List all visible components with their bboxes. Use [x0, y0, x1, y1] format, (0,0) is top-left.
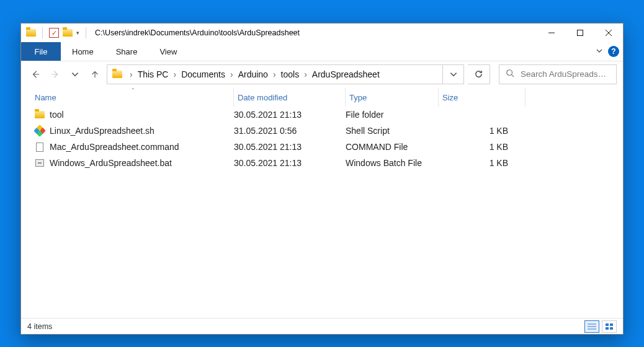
file-name: Windows_ArduSpreadsheet.bat — [50, 158, 172, 168]
file-list: ⌃ Name Date modified Type Size tool 30.0… — [21, 87, 623, 318]
titlebar[interactable]: ✓ ▾ C:\Users\indrek\Documents\Arduino\to… — [21, 24, 623, 42]
file-type: COMMAND File — [346, 142, 439, 152]
table-row[interactable]: Mac_ArduSpreadsheet.command 30.05.2021 2… — [32, 139, 615, 155]
file-type: Shell Script — [346, 126, 439, 136]
up-button[interactable] — [87, 66, 103, 82]
close-button[interactable] — [594, 24, 623, 42]
chevron-right-icon[interactable]: › — [302, 69, 310, 79]
svg-rect-4 — [606, 327, 609, 330]
col-size[interactable]: Size — [439, 88, 525, 107]
help-button[interactable]: ? — [608, 46, 619, 57]
chevron-right-icon[interactable]: › — [171, 69, 179, 79]
svg-rect-3 — [610, 323, 613, 326]
address-dropdown-button[interactable] — [442, 65, 463, 84]
file-size: 1 KB — [439, 126, 525, 136]
document-icon — [36, 143, 43, 152]
file-size: 1 KB — [439, 142, 525, 152]
breadcrumb[interactable]: Arduino — [236, 69, 271, 79]
file-name: tool — [50, 110, 64, 120]
home-tab[interactable]: Home — [61, 42, 105, 61]
search-placeholder: Search ArduSpreadsheet — [521, 69, 610, 79]
view-switcher — [584, 320, 617, 333]
file-name: Mac_ArduSpreadsheet.command — [50, 142, 179, 152]
svg-rect-0 — [578, 30, 583, 36]
view-tab[interactable]: View — [148, 42, 188, 61]
maximize-button[interactable] — [566, 24, 594, 42]
folder-icon — [26, 29, 36, 37]
share-tab[interactable]: Share — [105, 42, 149, 61]
back-button[interactable] — [27, 66, 43, 82]
file-size: 1 KB — [439, 158, 525, 168]
nav-bar: › This PC › Documents › Arduino › tools … — [21, 61, 623, 87]
svg-point-1 — [507, 70, 512, 76]
sort-ascending-icon: ⌃ — [131, 87, 135, 93]
file-tab[interactable]: File — [21, 42, 61, 61]
quick-access-dropdown-icon[interactable]: ▾ — [76, 30, 79, 36]
search-icon — [506, 69, 514, 79]
window-title: C:\Users\indrek\Documents\Arduino\tools\… — [95, 29, 300, 37]
file-type: File folder — [346, 110, 439, 120]
forward-button[interactable] — [47, 66, 63, 82]
minimize-button[interactable] — [537, 24, 566, 42]
folder-icon — [35, 111, 45, 118]
refresh-button[interactable] — [468, 64, 490, 84]
file-modified: 30.05.2021 21:13 — [234, 110, 346, 120]
file-modified: 30.05.2021 21:13 — [234, 142, 346, 152]
batch-file-icon — [35, 159, 44, 167]
titlebar-left: ✓ ▾ — [21, 27, 89, 38]
status-bar: 4 items — [21, 318, 623, 334]
column-headers: ⌃ Name Date modified Type Size — [32, 88, 615, 107]
table-row[interactable]: tool 30.05.2021 21:13 File folder — [32, 107, 615, 123]
recent-locations-button[interactable] — [67, 66, 83, 82]
shell-script-icon — [34, 125, 46, 137]
breadcrumb[interactable]: tools — [279, 69, 302, 79]
svg-rect-2 — [606, 323, 609, 326]
chevron-right-icon[interactable]: › — [271, 69, 279, 79]
thumbnails-view-button[interactable] — [602, 320, 617, 333]
ribbon: File Home Share View ? — [21, 42, 623, 61]
chevron-right-icon[interactable]: › — [228, 69, 236, 79]
col-name[interactable]: ⌃ Name — [32, 88, 234, 107]
search-box[interactable]: Search ArduSpreadsheet — [499, 64, 617, 84]
separator — [42, 27, 43, 38]
separator — [86, 27, 86, 38]
address-bar[interactable]: › This PC › Documents › Arduino › tools … — [107, 64, 464, 84]
window-controls — [537, 24, 623, 42]
col-modified[interactable]: Date modified — [234, 88, 346, 107]
quick-access-properties-icon[interactable]: ✓ — [49, 28, 59, 38]
file-name: Linux_ArduSpreadsheet.sh — [50, 126, 154, 136]
file-modified: 30.05.2021 21:13 — [234, 158, 346, 168]
status-items: 4 items — [27, 322, 52, 331]
table-row[interactable]: Windows_ArduSpreadsheet.bat 30.05.2021 2… — [32, 155, 615, 171]
breadcrumb[interactable]: Documents — [179, 69, 228, 79]
expand-ribbon-icon[interactable] — [596, 47, 603, 56]
breadcrumb[interactable]: ArduSpreadsheet — [310, 69, 382, 79]
col-type[interactable]: Type — [346, 88, 439, 107]
breadcrumb[interactable]: This PC — [135, 69, 171, 79]
file-type: Windows Batch File — [346, 158, 439, 168]
file-modified: 31.05.2021 0:56 — [234, 126, 346, 136]
chevron-right-icon[interactable]: › — [127, 69, 135, 79]
table-row[interactable]: Linux_ArduSpreadsheet.sh 31.05.2021 0:56… — [32, 123, 615, 139]
svg-rect-5 — [610, 327, 613, 330]
explorer-window: ✓ ▾ C:\Users\indrek\Documents\Arduino\to… — [20, 23, 624, 335]
details-view-button[interactable] — [584, 320, 599, 333]
col-name-label: Name — [35, 93, 56, 102]
folder-icon — [112, 71, 122, 78]
folder-icon[interactable] — [63, 29, 73, 37]
